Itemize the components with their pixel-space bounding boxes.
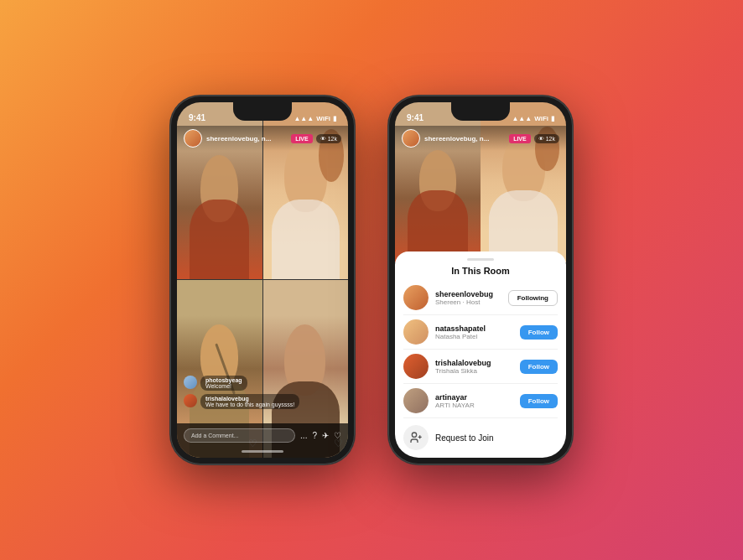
user-handle-3: artinayar — [435, 393, 513, 402]
user-avatar-2 — [403, 354, 429, 379]
follow-button-2[interactable]: Follow — [520, 360, 558, 374]
chat-bubble-1: photosbyeag Welcome! — [200, 376, 247, 391]
signal-icon-2: ▲▲▲ — [512, 115, 532, 122]
user-info-1: natasshapatel Natasha Patel — [435, 324, 513, 340]
host-username-2: shereenlovebug, n... — [424, 135, 509, 143]
send-icon[interactable]: ✈ — [322, 431, 329, 440]
home-indicator-2 — [460, 450, 501, 453]
chat-username-2: trishalalovebug — [205, 396, 294, 402]
follow-button-1[interactable]: Follow — [520, 325, 558, 340]
chat-text-1: Welcome! — [205, 383, 242, 389]
phone-2-screen: 9:41 ▲▲▲ WiFi ▮ — [395, 102, 566, 458]
live-header-1: shereenlovebug, n... LIVE 👁 12k — [177, 126, 348, 151]
host-avatar-1 — [184, 129, 202, 148]
time-1: 9:41 — [189, 113, 205, 122]
notch-2 — [451, 102, 510, 121]
user-avatar-0 — [403, 285, 429, 310]
phones-container: 9:41 ▲▲▲ WiFi ▮ — [170, 96, 573, 464]
modal-handle — [467, 258, 494, 261]
request-row[interactable]: Request to Join — [395, 418, 566, 450]
question-icon[interactable]: ? — [312, 431, 317, 440]
chat-overlay: photosbyeag Welcome! trishalalovebug We … — [177, 372, 348, 416]
chat-message-1: photosbyeag Welcome! — [184, 376, 341, 391]
user-row-3: artinayar ARTI NAYAR Follow — [403, 384, 558, 418]
battery-icon-2: ▮ — [551, 115, 554, 122]
battery-icon: ▮ — [333, 115, 336, 122]
phone-1: 9:41 ▲▲▲ WiFi ▮ — [170, 96, 355, 464]
phone-1-screen: 9:41 ▲▲▲ WiFi ▮ — [177, 102, 348, 458]
status-icons-2: ▲▲▲ WiFi ▮ — [512, 115, 554, 122]
user-subtext-1: Natasha Patel — [435, 333, 513, 340]
viewer-count-1: 👁 12k — [316, 134, 341, 143]
chat-avatar-1 — [184, 376, 197, 389]
user-row-0: shereenlovebug Shereen · Host Following — [403, 281, 558, 315]
viewer-number-1: 12k — [328, 136, 337, 142]
home-indicator-1 — [242, 450, 283, 453]
chat-text-2: We have to do this again guyssss! — [205, 402, 294, 407]
time-2: 9:41 — [407, 113, 423, 122]
signal-icon: ▲▲▲ — [294, 115, 314, 122]
chat-bubble-2: trishalalovebug We have to do this again… — [200, 394, 299, 409]
more-icon[interactable]: ... — [300, 431, 307, 440]
user-avatar-3 — [403, 388, 429, 413]
follow-button-0[interactable]: Following — [508, 290, 558, 306]
chat-message-2: trishalalovebug We have to do this again… — [184, 394, 341, 409]
user-avatar-1 — [403, 319, 429, 345]
viewer-icon-2: 👁 — [538, 136, 544, 142]
user-info-2: trishalalovebug Trishala Sikka — [435, 359, 513, 375]
user-subtext-0: Shereen · Host — [435, 298, 501, 306]
status-icons-1: ▲▲▲ WiFi ▮ — [294, 115, 336, 122]
chat-username-1: photosbyeag — [205, 377, 242, 383]
notch-1 — [233, 102, 292, 121]
host-avatar-2 — [402, 129, 420, 148]
comment-input[interactable]: Add a Comment... — [184, 428, 295, 443]
follow-button-3[interactable]: Follow — [520, 394, 558, 408]
request-join-label[interactable]: Request to Join — [435, 433, 494, 443]
svg-point-0 — [412, 433, 416, 437]
user-subtext-2: Trishala Sikka — [435, 367, 513, 375]
viewer-count-2: 👁 12k — [534, 134, 559, 143]
user-subtext-3: ARTI NAYAR — [435, 402, 513, 409]
viewer-icon: 👁 — [320, 136, 326, 142]
wifi-icon-2: WiFi — [534, 115, 548, 122]
host-username-1: shereenlovebug, n... — [206, 135, 291, 143]
user-handle-0: shereenlovebug — [435, 290, 501, 298]
user-handle-1: natasshapatel — [435, 324, 513, 333]
phone-2: 9:41 ▲▲▲ WiFi ▮ — [388, 96, 573, 464]
modal-sheet: In This Room shereenlovebug Shereen · Ho… — [395, 251, 566, 458]
like-icon[interactable]: ♡ — [334, 431, 341, 440]
live-badge-1: LIVE — [291, 134, 313, 143]
chat-avatar-2 — [184, 394, 197, 407]
user-handle-2: trishalalovebug — [435, 359, 513, 367]
user-list: shereenlovebug Shereen · Host Following … — [395, 281, 566, 418]
user-row-2: trishalalovebug Trishala Sikka Follow — [403, 350, 558, 384]
user-info-3: artinayar ARTI NAYAR — [435, 393, 513, 409]
user-row-1: natasshapatel Natasha Patel Follow — [403, 315, 558, 350]
user-info-0: shereenlovebug Shereen · Host — [435, 290, 501, 306]
live-header-2: shereenlovebug, n... LIVE 👁 12k — [395, 126, 566, 151]
wifi-icon: WiFi — [316, 115, 330, 122]
viewer-number-2: 12k — [546, 136, 555, 142]
request-join-icon — [403, 425, 429, 450]
live-badge-2: LIVE — [509, 134, 531, 143]
modal-title: In This Room — [395, 266, 566, 276]
